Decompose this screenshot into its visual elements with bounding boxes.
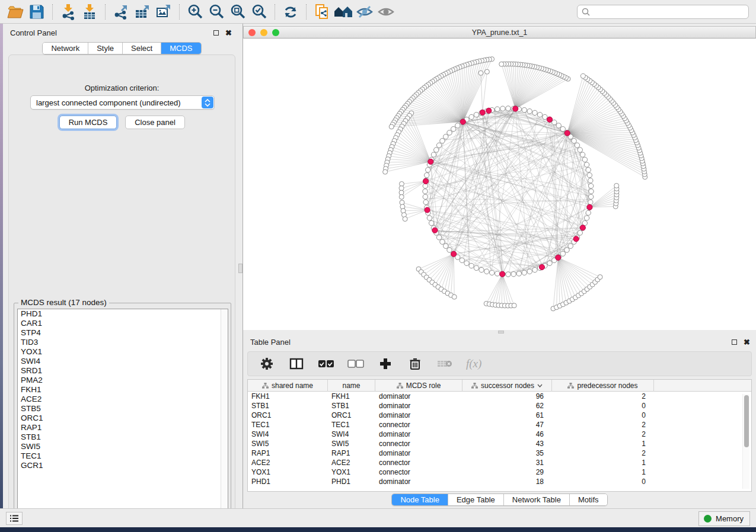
table-row-ACE2[interactable]: ACE2ACE2connector311 bbox=[248, 458, 751, 467]
zoom-in-button[interactable] bbox=[184, 2, 206, 21]
column-header-MCDS-role[interactable]: MCDS role bbox=[375, 380, 462, 392]
split-view-button[interactable] bbox=[288, 355, 305, 372]
delete-column-button[interactable] bbox=[407, 355, 423, 372]
mcds-result-item[interactable]: STB5 bbox=[18, 404, 228, 414]
mcds-node[interactable] bbox=[513, 106, 518, 111]
select-all-button[interactable] bbox=[318, 355, 334, 372]
tab-network-table[interactable]: Network Table bbox=[504, 494, 570, 505]
tab-node-table[interactable]: Node Table bbox=[392, 494, 448, 505]
close-panel-icon[interactable]: ✖ bbox=[225, 30, 232, 36]
add-column-button[interactable] bbox=[377, 355, 394, 372]
mcds-result-item[interactable]: STP4 bbox=[18, 328, 228, 338]
splitter-handle[interactable] bbox=[238, 264, 243, 273]
vertical-splitter[interactable] bbox=[238, 24, 243, 508]
table-row-SWI5[interactable]: SWI5SWI5connector431 bbox=[248, 439, 751, 448]
mcds-node[interactable] bbox=[556, 255, 561, 260]
table-row-ORC1[interactable]: ORC1ORC1dominator610 bbox=[248, 411, 751, 420]
search-icon bbox=[581, 7, 591, 17]
import-table-button[interactable] bbox=[79, 2, 100, 21]
table-row-SWI4[interactable]: SWI4SWI4dominator462 bbox=[248, 430, 751, 439]
export-table-button[interactable] bbox=[132, 2, 153, 21]
table-row-TEC1[interactable]: TEC1TEC1connector472 bbox=[248, 420, 751, 430]
deselect-all-button[interactable] bbox=[347, 355, 364, 372]
show-all-button[interactable] bbox=[375, 2, 397, 21]
zoom-selected-button[interactable] bbox=[248, 2, 270, 21]
mcds-node[interactable] bbox=[539, 264, 544, 270]
hide-selected-button[interactable] bbox=[354, 2, 375, 21]
mcds-node[interactable] bbox=[423, 178, 428, 184]
tab-motifs[interactable]: Motifs bbox=[570, 494, 607, 505]
float-panel-icon[interactable] bbox=[732, 339, 737, 345]
mcds-node[interactable] bbox=[547, 117, 552, 122]
settings-button[interactable] bbox=[259, 355, 275, 372]
mcds-result-item[interactable]: PMA2 bbox=[18, 376, 228, 385]
import-network-button[interactable] bbox=[58, 2, 79, 21]
mcds-result-item[interactable]: ACE2 bbox=[18, 395, 228, 404]
export-image-button[interactable] bbox=[153, 2, 174, 21]
column-header-predecessor-nodes[interactable]: predecessor nodes bbox=[552, 380, 654, 392]
mcds-result-item[interactable]: CAR1 bbox=[18, 319, 228, 328]
mcds-result-item[interactable]: PHD1 bbox=[18, 309, 228, 319]
zoom-out-button[interactable] bbox=[206, 2, 227, 21]
mcds-node[interactable] bbox=[451, 251, 457, 257]
criterion-dropdown[interactable]: largest connected component (undirected) bbox=[30, 95, 215, 110]
memory-button[interactable]: Memory bbox=[698, 511, 750, 526]
network-window-titlebar[interactable]: YPA_prune.txt_1 bbox=[243, 26, 756, 39]
network-canvas[interactable] bbox=[243, 39, 756, 330]
mcds-node[interactable] bbox=[573, 236, 579, 242]
refresh-button[interactable] bbox=[280, 2, 301, 21]
mcds-result-item[interactable]: FKH1 bbox=[18, 385, 228, 395]
zoom-fit-button[interactable] bbox=[227, 2, 248, 21]
mcds-result-item[interactable]: SWI5 bbox=[18, 442, 228, 451]
first-neighbors-button[interactable] bbox=[333, 2, 354, 21]
table-row-YOX1[interactable]: YOX1YOX1connector291 bbox=[248, 467, 751, 477]
mcds-node[interactable] bbox=[580, 225, 585, 230]
clone-network-button[interactable] bbox=[311, 2, 333, 21]
tab-mcds[interactable]: MCDS bbox=[161, 43, 200, 54]
mcds-result-item[interactable]: GCR1 bbox=[18, 461, 228, 470]
mcds-node[interactable] bbox=[486, 108, 492, 113]
save-session-button[interactable] bbox=[26, 2, 47, 21]
mcds-result-item[interactable]: TEC1 bbox=[18, 451, 228, 461]
mcds-node[interactable] bbox=[480, 110, 485, 115]
mcds-result-item[interactable]: SRD1 bbox=[18, 366, 228, 376]
mcds-node[interactable] bbox=[432, 227, 438, 233]
open-file-button[interactable] bbox=[5, 2, 26, 21]
table-scrollbar-thumb[interactable] bbox=[744, 395, 749, 447]
close-panel-icon[interactable]: ✖ bbox=[744, 339, 750, 345]
tab-select[interactable]: Select bbox=[123, 43, 161, 54]
network-graph[interactable] bbox=[243, 39, 756, 330]
export-network-button[interactable] bbox=[110, 2, 132, 21]
mcds-result-item[interactable]: TID3 bbox=[18, 338, 228, 347]
mcds-node[interactable] bbox=[425, 207, 430, 213]
table-scrollbar[interactable] bbox=[742, 394, 749, 489]
mcds-node[interactable] bbox=[428, 159, 433, 164]
table-row-PHD1[interactable]: PHD1PHD1dominator180 bbox=[248, 477, 751, 486]
mcds-node[interactable] bbox=[460, 119, 465, 124]
mcds-node[interactable] bbox=[587, 204, 592, 210]
tab-edge-table[interactable]: Edge Table bbox=[448, 494, 504, 505]
column-header-shared-name[interactable]: shared name bbox=[248, 380, 328, 392]
mcds-result-item[interactable]: STB1 bbox=[18, 432, 228, 442]
cell-shared-name: TEC1 bbox=[248, 420, 328, 430]
show-panels-button[interactable] bbox=[6, 512, 23, 525]
search-input[interactable] bbox=[577, 5, 749, 19]
mcds-result-item[interactable]: SWI4 bbox=[18, 357, 228, 366]
run-mcds-button[interactable]: Run MCDS bbox=[59, 116, 117, 129]
table-row-STB1[interactable]: STB1STB1dominator620 bbox=[248, 401, 751, 411]
table-row-FKH1[interactable]: FKH1FKH1dominator962 bbox=[248, 392, 751, 401]
close-panel-button[interactable]: Close panel bbox=[125, 116, 185, 129]
mcds-result-list[interactable]: PHD1CAR1STP4TID3YOX1SWI4SRD1PMA2FKH1ACE2… bbox=[17, 309, 228, 517]
tab-style[interactable]: Style bbox=[88, 43, 123, 54]
mcds-node[interactable] bbox=[564, 130, 570, 136]
column-header-successor-nodes[interactable]: successor nodes bbox=[462, 380, 552, 392]
mcds-result-item[interactable]: ORC1 bbox=[18, 414, 228, 423]
mcds-result-item[interactable]: RAP1 bbox=[18, 423, 228, 432]
mcds-list-scrollbar[interactable] bbox=[221, 309, 228, 517]
mcds-node[interactable] bbox=[500, 271, 505, 277]
tab-network[interactable]: Network bbox=[43, 43, 88, 54]
table-row-RAP1[interactable]: RAP1RAP1dominator352 bbox=[248, 448, 751, 458]
float-panel-icon[interactable] bbox=[213, 30, 219, 36]
column-header-name[interactable]: name bbox=[328, 380, 375, 392]
mcds-result-item[interactable]: YOX1 bbox=[18, 347, 228, 357]
